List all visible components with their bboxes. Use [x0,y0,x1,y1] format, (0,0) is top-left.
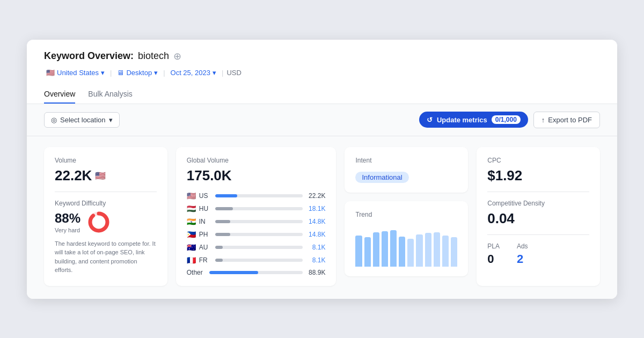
flag-us-gv: 🇺🇸 [187,192,196,200]
val-au: 8.1K [306,244,325,251]
intent-card: Intent Informational [345,147,468,193]
date-label: Oct 25, 2023 [171,69,210,77]
code-us: US [199,192,212,200]
date-filter[interactable]: Oct 25, 2023 ▾ [169,68,218,78]
country-row-hu: 🇭🇺 HU 18.1K [187,204,326,213]
country-row-au: 🇦🇺 AU 8.1K [187,243,326,252]
chevron-down-icon-4: ▾ [109,116,113,124]
tabs-row: Overview Bulk Analysis [44,85,600,104]
device-label: Desktop [126,69,152,77]
refresh-icon: ↺ [427,116,433,124]
val-hu: 18.1K [306,205,325,212]
tab-bulk-analysis[interactable]: Bulk Analysis [88,85,132,104]
ads-section: Ads 2 [517,243,528,266]
flag-hu: 🇭🇺 [187,204,196,213]
desktop-icon: 🖥 [117,69,124,77]
val-in: 14.8K [306,218,325,225]
currency-label: USD [226,69,241,77]
val-ph: 14.8K [306,231,325,238]
bar-7 [407,239,414,267]
keyword-label: biotech [138,50,169,62]
tab-overview[interactable]: Overview [44,85,75,104]
cards-container: Volume 22.2K 🇺🇸 Keyword Difficulty 88% V… [27,136,617,299]
bar-track-au [215,246,303,249]
donut-chart [87,210,111,234]
trend-label: Trend [355,211,457,218]
comp-density-value: 0.04 [487,210,589,227]
code-ph: PH [199,231,212,238]
chevron-down-icon-2: ▾ [154,69,158,77]
device-filter[interactable]: 🖥 Desktop ▾ [115,68,160,78]
code-fr: FR [199,256,212,264]
export-label: Export to PDF [548,116,592,124]
kd-sublabel: Very hard [55,227,80,233]
difficulty-row: 88% Very hard [55,210,157,234]
bar-5 [390,230,397,267]
header: Keyword Overview: biotech ⊕ 🇺🇸 United St… [27,40,617,104]
title-label: Keyword Overview: [44,50,134,62]
volume-value: 22.2K [55,167,92,184]
bar-fill-ph [215,233,230,236]
bar-4 [382,231,388,267]
bar-fill-other [209,271,258,274]
intent-trend-column: Intent Informational Trend [345,147,468,286]
bar-track-fr [215,259,303,262]
chevron-down-icon-3: ▾ [213,69,216,77]
country-row-ph: 🇵🇭 PH 14.8K [187,230,326,239]
bar-6 [399,237,405,267]
intent-badge: Informational [355,172,408,183]
cpc-label: CPC [487,157,589,164]
flag-in: 🇮🇳 [187,217,196,226]
export-icon: ↑ [541,116,545,124]
country-row-in: 🇮🇳 IN 14.8K [187,217,326,226]
select-location-button[interactable]: ◎ Select location ▾ [44,112,120,128]
trend-card: Trend [345,201,468,276]
bar-9 [425,233,431,266]
bar-1 [355,236,362,267]
code-hu: HU [199,205,212,212]
ads-label: Ads [517,243,528,250]
comp-density-label: Competitive Density [487,200,589,207]
intent-label: Intent [355,157,457,164]
volume-kd-card: Volume 22.2K 🇺🇸 Keyword Difficulty 88% V… [44,147,167,286]
bar-track-us [215,194,303,197]
filters-row: 🇺🇸 United States ▾ | 🖥 Desktop ▾ | Oct 2… [44,68,600,78]
country-filter[interactable]: 🇺🇸 United States ▾ [44,68,107,78]
bar-track-ph [215,233,303,236]
bar-8 [416,234,422,267]
separator: | [110,69,112,77]
add-icon[interactable]: ⊕ [173,50,181,62]
bar-fill-au [215,246,223,249]
bar-2 [364,237,371,266]
bar-fill-fr [215,259,223,262]
ads-value: 2 [517,252,528,266]
val-fr: 8.1K [306,256,325,264]
location-pin-icon: ◎ [51,116,57,124]
toolbar: ◎ Select location ▾ ↺ Update metrics 0/1… [27,104,617,136]
app-window: Keyword Overview: biotech ⊕ 🇺🇸 United St… [27,40,617,299]
trend-bars-chart [355,224,457,267]
flag-us: 🇺🇸 [46,69,55,77]
pla-label: PLA [487,243,500,250]
update-count-badge: 0/1,000 [492,115,521,124]
bar-3 [373,232,379,267]
bar-fill-us [215,194,237,197]
svg-point-1 [90,214,107,231]
kd-label: Keyword Difficulty [55,200,157,207]
val-other: 88.9K [306,269,325,276]
bar-track-hu [215,207,303,210]
chevron-down-icon: ▾ [101,69,105,77]
country-row-us: 🇺🇸 US 22.2K [187,192,326,200]
country-label: United States [57,69,99,77]
flag-us-volume: 🇺🇸 [95,171,106,181]
pla-section: PLA 0 [487,243,500,266]
bar-track-in [215,220,303,223]
global-volume-label: Global Volume [187,157,326,164]
update-metrics-button[interactable]: ↺ Update metrics 0/1,000 [419,112,528,128]
flag-fr: 🇫🇷 [187,256,196,264]
bar-fill-in [215,220,230,223]
pla-ads-row: PLA 0 Ads 2 [487,243,589,266]
cpc-card: CPC $1.92 Competitive Density 0.04 PLA 0… [477,147,600,286]
toolbar-right: ↺ Update metrics 0/1,000 ↑ Export to PDF [419,112,600,128]
export-button[interactable]: ↑ Export to PDF [533,112,600,128]
